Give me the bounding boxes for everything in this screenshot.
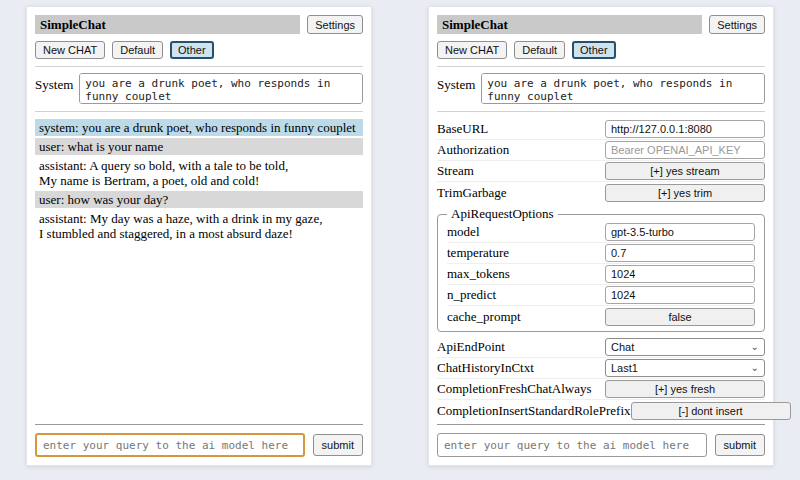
system-prompt-row: System you are a drunk poet, who respond…: [35, 73, 363, 104]
baseurl-input[interactable]: [605, 120, 765, 138]
tab-other[interactable]: Other: [572, 41, 616, 59]
api-request-options-fieldset: ApiRequestOptions model temperature max_…: [437, 206, 765, 332]
setting-row-authorization: Authorization: [437, 140, 765, 161]
role-prefix-toggle-button[interactable]: [-] dont insert: [631, 402, 791, 420]
app-title: SimpleChat: [35, 15, 300, 34]
trimgarbage-toggle-button[interactable]: [+] yes trim: [605, 184, 765, 202]
role-prefix-label: CompletionInsertStandardRolePrefix: [437, 403, 631, 419]
n-predict-input[interactable]: [605, 286, 755, 304]
system-prompt-label: System: [35, 73, 73, 104]
cache-prompt-label: cache_prompt: [447, 309, 605, 325]
page: SimpleChat Settings New CHAT Default Oth…: [0, 0, 800, 480]
n-predict-label: n_predict: [447, 287, 605, 303]
submit-button[interactable]: submit: [313, 434, 363, 456]
setting-row-role-prefix: CompletionInsertStandardRolePrefix [-] d…: [437, 400, 765, 421]
setting-row-cache-prompt: cache_prompt false: [447, 306, 755, 327]
settings-panel: SimpleChat Settings New CHAT Default Oth…: [428, 6, 774, 466]
chat-session-toolbar: New CHAT Default Other: [35, 41, 363, 59]
max-tokens-label: max_tokens: [447, 266, 605, 282]
baseurl-label: BaseURL: [437, 121, 605, 137]
tab-default[interactable]: Default: [112, 41, 163, 59]
query-input[interactable]: [437, 433, 707, 457]
setting-row-model: model: [447, 222, 755, 243]
max-tokens-input[interactable]: [605, 265, 755, 283]
api-endpoint-selected-value: Chat: [611, 341, 634, 353]
query-row: submit: [437, 424, 765, 457]
settings-button[interactable]: Settings: [307, 15, 363, 34]
chat-message-user: user: what is your name: [35, 138, 363, 155]
chevron-down-icon: ⌄: [751, 342, 759, 352]
new-chat-button[interactable]: New CHAT: [437, 41, 507, 59]
api-request-options-legend: ApiRequestOptions: [447, 206, 558, 222]
trimgarbage-label: TrimGarbage: [437, 185, 605, 201]
temperature-input[interactable]: [605, 244, 755, 262]
settings-form: BaseURL Authorization Stream [+] yes str…: [437, 119, 765, 421]
chat-message-assistant: assistant: A query so bold, with a tale …: [35, 157, 363, 189]
authorization-input[interactable]: [605, 141, 765, 159]
setting-row-api-endpoint: ApiEndPoint Chat ⌄: [437, 337, 765, 358]
setting-row-temperature: temperature: [447, 243, 755, 264]
chat-message-system: system: you are a drunk poet, who respon…: [35, 119, 363, 136]
model-label: model: [447, 224, 605, 240]
chat-history-select[interactable]: Last1 ⌄: [605, 359, 765, 377]
settings-button[interactable]: Settings: [709, 15, 765, 34]
spacer: [35, 244, 363, 424]
query-row: submit: [35, 424, 363, 457]
system-prompt-label: System: [437, 73, 475, 104]
setting-row-n-predict: n_predict: [447, 285, 755, 306]
api-endpoint-select[interactable]: Chat ⌄: [605, 338, 765, 356]
temperature-label: temperature: [447, 245, 605, 261]
tab-other[interactable]: Other: [170, 41, 214, 59]
divider: [35, 66, 363, 67]
system-prompt-input[interactable]: you are a drunk poet, who responds in fu…: [79, 73, 363, 104]
submit-button[interactable]: submit: [715, 434, 765, 456]
new-chat-button[interactable]: New CHAT: [35, 41, 105, 59]
divider: [437, 66, 765, 67]
setting-row-trimgarbage: TrimGarbage [+] yes trim: [437, 182, 765, 203]
chat-history-selected-value: Last1: [611, 362, 638, 374]
cache-prompt-toggle-button[interactable]: false: [605, 308, 755, 326]
setting-row-max-tokens: max_tokens: [447, 264, 755, 285]
system-prompt-input[interactable]: you are a drunk poet, who responds in fu…: [481, 73, 765, 104]
tab-default[interactable]: Default: [514, 41, 565, 59]
setting-row-baseurl: BaseURL: [437, 119, 765, 140]
titlebar: SimpleChat Settings: [35, 15, 363, 34]
chat-panel: SimpleChat Settings New CHAT Default Oth…: [26, 6, 372, 466]
setting-row-stream: Stream [+] yes stream: [437, 161, 765, 182]
stream-label: Stream: [437, 163, 605, 179]
setting-row-fresh-chat: CompletionFreshChatAlways [+] yes fresh: [437, 379, 765, 400]
chat-message-list: system: you are a drunk poet, who respon…: [35, 119, 363, 244]
authorization-label: Authorization: [437, 142, 605, 158]
fresh-chat-label: CompletionFreshChatAlways: [437, 381, 605, 397]
chat-session-toolbar: New CHAT Default Other: [437, 41, 765, 59]
query-input[interactable]: [35, 433, 305, 457]
system-prompt-row: System you are a drunk poet, who respond…: [437, 73, 765, 104]
divider: [437, 111, 765, 112]
divider: [35, 111, 363, 112]
titlebar: SimpleChat Settings: [437, 15, 765, 34]
model-input[interactable]: [605, 223, 755, 241]
fresh-chat-toggle-button[interactable]: [+] yes fresh: [605, 380, 765, 398]
chat-message-user: user: how was your day?: [35, 191, 363, 208]
chat-message-assistant: assistant: My day was a haze, with a dri…: [35, 210, 363, 242]
api-endpoint-label: ApiEndPoint: [437, 339, 605, 355]
stream-toggle-button[interactable]: [+] yes stream: [605, 162, 765, 180]
chat-history-label: ChatHistoryInCtxt: [437, 360, 605, 376]
app-title: SimpleChat: [437, 15, 702, 34]
chevron-down-icon: ⌄: [751, 363, 759, 373]
setting-row-chat-history: ChatHistoryInCtxt Last1 ⌄: [437, 358, 765, 379]
